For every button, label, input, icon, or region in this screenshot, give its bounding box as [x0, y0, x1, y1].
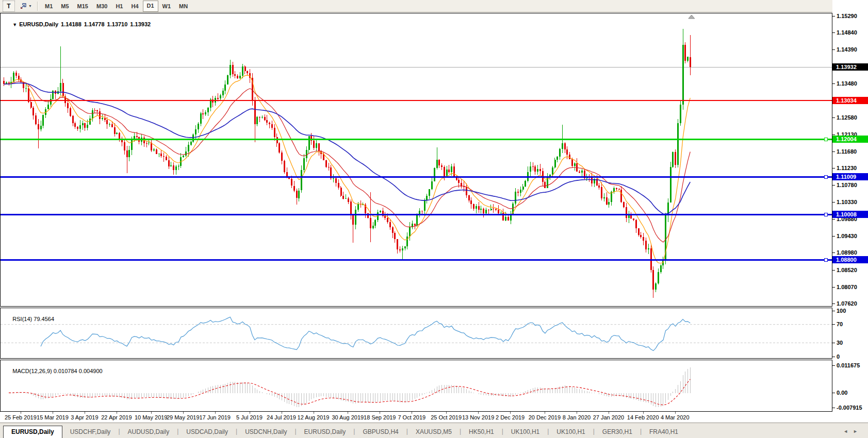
- macd-current-values: 0.010784 0.004900: [54, 368, 103, 374]
- candlestick-series: [3, 29, 691, 298]
- rsi-indicator-pane[interactable]: RSI(14) 79.4564: [0, 308, 832, 359]
- macd-indicator-pane[interactable]: MACD(12,26,9) 0.010784 0.004900: [0, 360, 832, 412]
- ohlc-high: 1.14778: [84, 21, 105, 27]
- chart-tab-8[interactable]: XAUUSD,M5: [408, 426, 460, 438]
- price-tick-label: 1.10330: [837, 199, 857, 206]
- chart-tab-13[interactable]: FRA40,H1: [642, 426, 686, 438]
- horizontal-level-lines[interactable]: [1, 100, 832, 261]
- timeframe-button-w1[interactable]: W1: [158, 1, 175, 11]
- chart-tab-7[interactable]: GBPUSD,H4: [355, 426, 406, 438]
- price-chart-pane[interactable]: ▼EURUSD,Daily1.141881.147781.137101.1393…: [0, 13, 832, 307]
- timeframe-button-h1[interactable]: H1: [111, 1, 127, 11]
- chart-tab-12[interactable]: GER30,H1: [595, 426, 640, 438]
- chart-tab-1[interactable]: EURUSD,Daily: [3, 426, 62, 438]
- date-tick-label: 25 Feb 2019: [5, 414, 37, 420]
- timeframe-button-m15[interactable]: M15: [73, 1, 92, 11]
- price-tick-label: 1.13480: [837, 80, 857, 87]
- trading-terminal-window: T ▼ M1M5M15M30H1H4D1W1MN ▼EURUSD,Daily1.…: [0, 0, 868, 438]
- toolbar: T ▼ M1M5M15M30H1H4D1W1MN: [0, 0, 868, 12]
- timeframe-button-d1[interactable]: D1: [143, 1, 158, 12]
- chart-tab-bar: EURUSD,DailyUSDCHF,Daily|AUDUSD,Daily|US…: [0, 423, 868, 438]
- price-tick-mark: [832, 270, 835, 271]
- chart-symbol-period: EURUSD,Daily: [19, 21, 58, 27]
- timeframe-button-m30[interactable]: M30: [92, 1, 111, 11]
- macd-tick-label: 0.011675: [837, 362, 860, 369]
- rsi-tick-mark: [832, 357, 835, 357]
- date-tick-mark: [545, 412, 545, 414]
- chart-tab-4[interactable]: USDCAD,Daily: [178, 426, 236, 438]
- date-tick-label: 3 Apr 2019: [71, 414, 98, 420]
- date-tick-mark: [478, 412, 479, 414]
- date-tick-label: 20 Dec 2019: [529, 414, 561, 420]
- date-tick-mark: [577, 412, 577, 414]
- chart-tab-9[interactable]: HK50,H1: [461, 426, 502, 438]
- level-price-badge: 1.08800: [832, 256, 868, 263]
- price-tick-mark: [832, 117, 835, 118]
- macd-signal-line: [9, 379, 690, 405]
- price-tick-label: 1.15290: [837, 13, 857, 20]
- price-tick-mark: [832, 287, 835, 288]
- timeframe-button-h4[interactable]: H4: [127, 1, 142, 11]
- price-tick-mark: [832, 134, 835, 135]
- tab-scroll-left-icon[interactable]: ◄: [843, 429, 853, 434]
- timeframe-button-m1[interactable]: M1: [41, 1, 57, 11]
- macd-tick-mark: [832, 365, 835, 366]
- price-axis[interactable]: 1.152901.148401.143901.134801.125801.121…: [832, 0, 868, 423]
- date-tick-label: 12 Aug 2019: [298, 414, 330, 420]
- date-tick-mark: [609, 412, 609, 414]
- tab-scroll-right-icon[interactable]: ►: [853, 429, 863, 434]
- current-price-badge: 1.13932: [832, 63, 868, 71]
- rsi-tick-label: 0: [837, 353, 840, 360]
- timeframe-button-mn[interactable]: MN: [175, 1, 192, 11]
- level-price-badge: 1.10008: [832, 211, 868, 218]
- text-tool-icon: T: [7, 3, 10, 10]
- dropdown-caret-icon: ▼: [28, 4, 32, 8]
- chart-tab-6[interactable]: EURUSD,Daily: [297, 426, 354, 438]
- time-axis[interactable]: 25 Feb 201915 Mar 20193 Apr 201922 Apr 2…: [0, 412, 832, 423]
- ohlc-low: 1.13710: [107, 21, 128, 27]
- date-tick-label: 15 Mar 2019: [37, 414, 69, 420]
- date-tick-mark: [117, 412, 117, 414]
- date-tick-mark: [250, 412, 250, 414]
- chart-tab-11[interactable]: UK100,H1: [549, 426, 593, 438]
- date-tick-label: 30 Aug 2019: [332, 414, 364, 420]
- macd-tick-mark: [832, 393, 835, 393]
- date-tick-label: 13 Nov 2019: [462, 414, 494, 420]
- macd-tick-label: 0.00: [837, 390, 847, 396]
- chart-tab-2[interactable]: USDCHF,Daily: [62, 426, 119, 438]
- chart-title: ▼EURUSD,Daily1.141881.147781.137101.1393…: [3, 15, 153, 33]
- price-tick-label: 1.07620: [837, 300, 857, 307]
- tab-scroll-arrows: ◄►: [843, 429, 863, 434]
- date-tick-label: 14 Feb 2020: [627, 414, 659, 420]
- price-tick-label: 1.14390: [837, 46, 857, 53]
- date-tick-mark: [53, 412, 53, 414]
- date-tick-label: 24 Jul 2019: [267, 414, 296, 420]
- date-tick-mark: [85, 412, 85, 414]
- rsi-line: [41, 317, 690, 350]
- text-label-tool-button[interactable]: T: [3, 1, 15, 12]
- chart-tabs: EURUSD,DailyUSDCHF,Daily|AUDUSD,Daily|US…: [3, 426, 686, 438]
- chart-tab-3[interactable]: AUDUSD,Daily: [120, 426, 177, 438]
- arrows-tool-button[interactable]: ▼: [17, 1, 35, 11]
- date-tick-label: 5 Jul 2019: [236, 414, 263, 420]
- timeframe-button-m5[interactable]: M5: [57, 1, 73, 11]
- rsi-tick-mark: [832, 324, 835, 325]
- date-tick-mark: [510, 412, 511, 414]
- price-tick-mark: [832, 202, 835, 203]
- date-tick-label: 7 Oct 2019: [398, 414, 425, 420]
- price-tick-label: 1.08980: [837, 249, 857, 256]
- date-tick-label: 25 Oct 2019: [431, 414, 462, 420]
- price-tick-mark: [832, 83, 835, 84]
- rsi-name: RSI(14): [12, 316, 32, 322]
- price-tick-mark: [832, 151, 835, 152]
- macd-tick-label: -0.007915: [837, 405, 862, 411]
- moving-average-line-55: [4, 83, 691, 214]
- date-tick-mark: [151, 412, 152, 414]
- chart-tab-5[interactable]: USDCNH,Daily: [237, 426, 294, 438]
- level-price-badge: 1.11009: [832, 173, 868, 180]
- toolbar-separator: [37, 2, 38, 11]
- price-tick-mark: [832, 236, 835, 237]
- chart-tab-10[interactable]: UK100,H1: [503, 426, 547, 438]
- price-tick-mark: [832, 304, 835, 304]
- ohlc-open: 1.14188: [61, 21, 81, 27]
